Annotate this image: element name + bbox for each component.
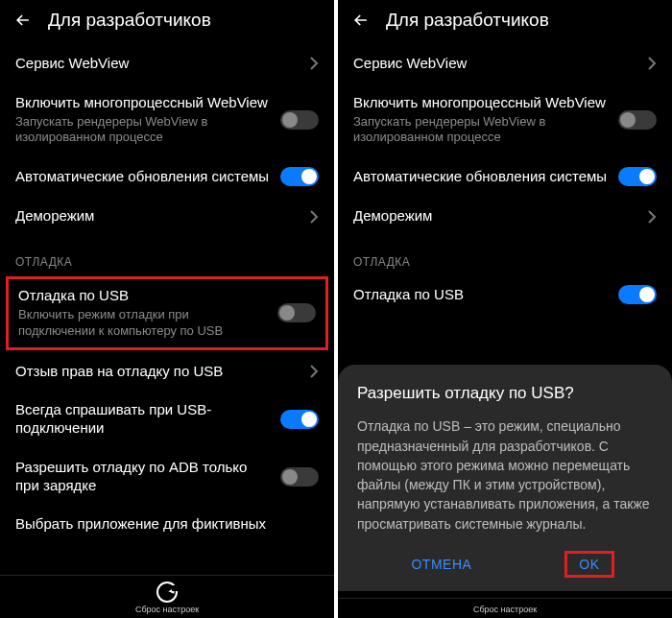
chevron-right-icon xyxy=(647,210,657,224)
row-label: Деморежим xyxy=(353,207,637,226)
row-usb-debugging-highlighted[interactable]: Отладка по USB Включить режим отладки пр… xyxy=(6,276,328,350)
row-label: Сервис WebView xyxy=(15,55,300,73)
section-header-debug: ОТЛАДКА xyxy=(0,236,334,274)
row-label: Отзыв прав на отладку по USB xyxy=(15,363,300,381)
chevron-right-icon xyxy=(309,210,319,224)
header: Для разработчиков xyxy=(0,0,334,44)
page-title: Для разработчиков xyxy=(386,10,549,31)
toggle-adb-charging[interactable] xyxy=(280,467,319,487)
row-label: Автоматические обновления системы xyxy=(15,168,271,186)
toggle-always-ask[interactable] xyxy=(280,410,319,429)
row-multiprocess-webview[interactable]: Включить многопроцессный WebView Запуска… xyxy=(338,83,672,157)
section-header-debug: ОТЛАДКА xyxy=(338,236,672,274)
row-label: Автоматические обновления системы xyxy=(353,168,609,186)
usb-debug-dialog: Разрешить отладку по USB? Отладка по USB… xyxy=(338,365,672,591)
toggle-auto-update[interactable] xyxy=(618,167,657,186)
header: Для разработчиков xyxy=(338,0,672,44)
toggle-usb-debugging[interactable] xyxy=(277,303,316,322)
toggle-usb-debugging[interactable] xyxy=(618,285,657,304)
row-adb-while-charging[interactable]: Разрешить отладку по ADВ только при заря… xyxy=(0,448,334,506)
row-demo-mode[interactable]: Деморежим xyxy=(338,197,672,236)
chevron-right-icon xyxy=(309,57,319,70)
dialog-title: Разрешить отладку по USB? xyxy=(357,384,653,403)
page-title: Для разработчиков xyxy=(48,10,211,31)
row-label: Деморежим xyxy=(15,207,300,226)
dialog-body: Отладка по USB – это режим, специально п… xyxy=(357,416,653,534)
row-multiprocess-webview[interactable]: Включить многопроцессный WebView Запуска… xyxy=(0,83,334,157)
toggle-auto-update[interactable] xyxy=(280,167,319,186)
row-label: Разрешить отладку по ADВ только при заря… xyxy=(15,459,271,495)
screen-left: Для разработчиков Сервис WebView Включит… xyxy=(0,0,334,618)
row-label: Сервис WebView xyxy=(353,55,637,73)
bottom-bar: Сброс настроек xyxy=(338,598,672,618)
screen-right: Для разработчиков Сервис WebView Включит… xyxy=(338,0,672,618)
dialog-buttons: ОТМЕНА OK xyxy=(357,551,653,578)
row-label: Включить многопроцессный WebView xyxy=(353,94,609,112)
row-always-ask-usb[interactable]: Всегда спрашивать при USB-подключении xyxy=(0,391,334,448)
row-webview-service[interactable]: Сервис WebView xyxy=(0,44,334,83)
reset-icon[interactable] xyxy=(156,582,178,603)
bottom-bar: Сброс настроек xyxy=(0,575,334,618)
back-icon[interactable] xyxy=(351,11,371,30)
chevron-right-icon xyxy=(309,365,319,378)
toggle-multiprocess[interactable] xyxy=(618,110,657,130)
ok-button[interactable]: OK xyxy=(564,551,613,578)
toggle-multiprocess[interactable] xyxy=(280,110,319,130)
row-label: Отладка по USB xyxy=(18,287,268,305)
row-subtitle: Запускать рендереры WebView в изолирован… xyxy=(15,114,271,147)
row-label: Всегда спрашивать при USB-подключении xyxy=(15,401,271,438)
row-demo-mode[interactable]: Деморежим xyxy=(0,197,334,236)
row-auto-update[interactable]: Автоматические обновления системы xyxy=(338,156,672,197)
settings-list: Сервис WebView Включить многопроцессный … xyxy=(0,44,334,575)
row-webview-service[interactable]: Сервис WebView xyxy=(338,44,672,83)
row-revoke-usb[interactable]: Отзыв прав на отладку по USB xyxy=(0,352,334,392)
row-usb-debugging[interactable]: Отладка по USB xyxy=(338,274,672,315)
cancel-button[interactable]: ОТМЕНА xyxy=(396,551,487,578)
row-subtitle: Запускать рендереры WebView в изолирован… xyxy=(353,114,609,147)
reset-label: Сброс настроек xyxy=(473,605,537,614)
row-mock-location-app[interactable]: Выбрать приложение для фиктивных xyxy=(0,505,334,544)
row-auto-update[interactable]: Автоматические обновления системы xyxy=(0,156,334,197)
back-icon[interactable] xyxy=(13,11,33,30)
reset-label: Сброс настроек xyxy=(135,605,199,614)
chevron-right-icon xyxy=(647,57,657,70)
row-label: Включить многопроцессный WebView xyxy=(15,94,271,112)
row-subtitle: Включить режим отладки при подключении к… xyxy=(18,307,268,340)
row-label: Отладка по USB xyxy=(353,286,609,304)
row-label: Выбрать приложение для фиктивных xyxy=(15,515,319,534)
